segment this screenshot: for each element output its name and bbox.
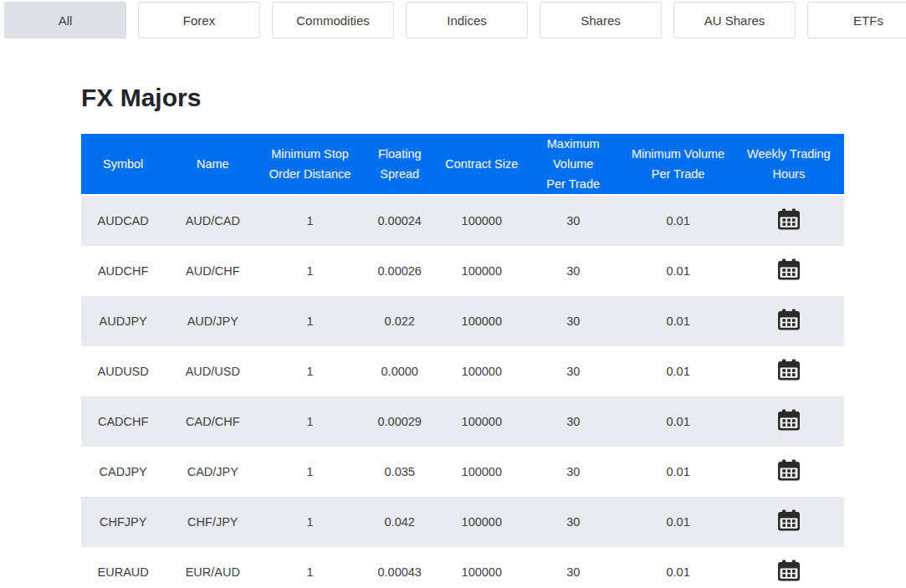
cell-symbol: AUDUSD: [81, 346, 165, 396]
cell-trading-hours: [734, 497, 844, 547]
cell-name: AUD/CHF: [165, 246, 260, 296]
calendar-icon: [777, 258, 801, 281]
cell-spread: 0.042: [360, 497, 440, 547]
weekly-trading-hours-button[interactable]: [777, 359, 801, 381]
cell-contract-size: 100000: [440, 497, 524, 547]
cell-name: AUD/USD: [165, 346, 260, 396]
table-row: CHFJPY CHF/JPY 1 0.042 100000 30 0.01: [81, 497, 844, 547]
cell-max-volume: 30: [524, 396, 623, 447]
tab-all[interactable]: All: [4, 2, 126, 38]
cell-spread: 0.00026: [360, 246, 440, 296]
instruments-table: Symbol Name Minimum Stop Order Distance …: [81, 134, 844, 588]
cell-name: CAD/CHF: [165, 396, 260, 447]
main-content: FX Majors Symbol Name Minimum Stop Order…: [81, 84, 844, 588]
cell-min-stop: 1: [260, 497, 360, 547]
cell-name: AUD/CAD: [165, 196, 260, 246]
cell-symbol: AUDJPY: [81, 296, 165, 346]
cell-min-volume: 0.01: [622, 547, 733, 588]
col-min-volume: Minimum Volume Per Trade: [622, 134, 733, 196]
cell-trading-hours: [734, 296, 844, 346]
tab-etfs[interactable]: ETFs: [807, 2, 906, 38]
cell-min-volume: 0.01: [622, 346, 733, 396]
calendar-icon: [777, 309, 801, 331]
cell-contract-size: 100000: [440, 246, 524, 296]
cell-contract-size: 100000: [440, 547, 524, 588]
col-floating-spread: Floating Spread: [360, 134, 440, 196]
table-row: CADJPY CAD/JPY 1 0.035 100000 30 0.01: [81, 447, 844, 497]
cell-contract-size: 100000: [440, 196, 524, 246]
cell-name: EUR/AUD: [165, 547, 260, 588]
cell-symbol: CHFJPY: [81, 497, 165, 547]
cell-name: AUD/JPY: [165, 296, 260, 346]
calendar-icon: [777, 359, 801, 381]
cell-min-stop: 1: [260, 447, 360, 497]
cell-trading-hours: [734, 196, 844, 246]
tab-commodities[interactable]: Commodities: [272, 2, 394, 38]
cell-spread: 0.0000: [360, 346, 440, 396]
cell-trading-hours: [734, 346, 844, 396]
table-row: AUDUSD AUD/USD 1 0.0000 100000 30 0.01: [81, 346, 844, 396]
cell-min-volume: 0.01: [622, 447, 733, 497]
table-header-row: Symbol Name Minimum Stop Order Distance …: [81, 134, 844, 196]
cell-spread: 0.00024: [360, 196, 440, 246]
weekly-trading-hours-button[interactable]: [777, 409, 801, 432]
weekly-trading-hours-button[interactable]: [777, 509, 801, 532]
table-body: AUDCAD AUD/CAD 1 0.00024 100000 30 0.01: [81, 196, 844, 588]
cell-min-volume: 0.01: [622, 246, 733, 296]
category-tabs: All Forex Commodities Indices Shares AU …: [0, 0, 906, 38]
cell-min-volume: 0.01: [622, 497, 733, 547]
cell-spread: 0.00029: [360, 396, 440, 447]
cell-max-volume: 30: [524, 447, 623, 497]
tab-shares[interactable]: Shares: [540, 2, 662, 38]
table-row: CADCHF CAD/CHF 1 0.00029 100000 30 0.01: [81, 396, 844, 447]
page-title: FX Majors: [81, 84, 844, 112]
cell-min-stop: 1: [260, 296, 360, 346]
cell-min-volume: 0.01: [622, 196, 733, 246]
cell-name: CAD/JPY: [165, 447, 260, 497]
cell-trading-hours: [734, 246, 844, 296]
cell-min-stop: 1: [260, 547, 360, 588]
tab-indices[interactable]: Indices: [406, 2, 528, 38]
calendar-icon: [777, 208, 801, 231]
weekly-trading-hours-button[interactable]: [777, 258, 801, 281]
weekly-trading-hours-button[interactable]: [777, 560, 801, 582]
calendar-icon: [777, 459, 801, 482]
cell-max-volume: 30: [524, 497, 623, 547]
cell-contract-size: 100000: [440, 296, 524, 346]
tab-forex[interactable]: Forex: [138, 2, 260, 38]
cell-spread: 0.035: [360, 447, 440, 497]
cell-contract-size: 100000: [440, 447, 524, 497]
calendar-icon: [777, 409, 801, 432]
cell-symbol: AUDCAD: [81, 196, 165, 246]
cell-max-volume: 30: [524, 196, 623, 246]
calendar-icon: [777, 560, 801, 582]
cell-max-volume: 30: [524, 547, 623, 588]
cell-min-stop: 1: [260, 396, 360, 447]
weekly-trading-hours-button[interactable]: [777, 459, 801, 482]
col-max-volume: Maximum Volume Per Trade: [524, 134, 623, 196]
cell-spread: 0.00043: [360, 547, 440, 588]
calendar-icon: [777, 509, 801, 532]
col-weekly-hours: Weekly Trading Hours: [734, 134, 844, 196]
table-row: EURAUD EUR/AUD 1 0.00043 100000 30 0.01: [81, 547, 844, 588]
cell-contract-size: 100000: [440, 396, 524, 447]
cell-symbol: AUDCHF: [81, 246, 165, 296]
cell-trading-hours: [734, 396, 844, 447]
cell-min-stop: 1: [260, 246, 360, 296]
cell-name: CHF/JPY: [165, 497, 260, 547]
col-contract-size: Contract Size: [440, 134, 524, 196]
cell-symbol: EURAUD: [81, 547, 165, 588]
col-min-stop-distance: Minimum Stop Order Distance: [260, 134, 360, 196]
tab-au-shares[interactable]: AU Shares: [673, 2, 796, 38]
cell-max-volume: 30: [524, 346, 623, 396]
table-row: AUDCHF AUD/CHF 1 0.00026 100000 30 0.01: [81, 246, 844, 296]
cell-min-stop: 1: [260, 346, 360, 396]
cell-spread: 0.022: [360, 296, 440, 346]
cell-max-volume: 30: [524, 246, 623, 296]
cell-min-stop: 1: [260, 196, 360, 246]
weekly-trading-hours-button[interactable]: [777, 208, 801, 231]
weekly-trading-hours-button[interactable]: [777, 309, 801, 331]
cell-trading-hours: [734, 547, 844, 588]
cell-symbol: CADCHF: [81, 396, 165, 447]
table-row: AUDJPY AUD/JPY 1 0.022 100000 30 0.01: [81, 296, 844, 346]
